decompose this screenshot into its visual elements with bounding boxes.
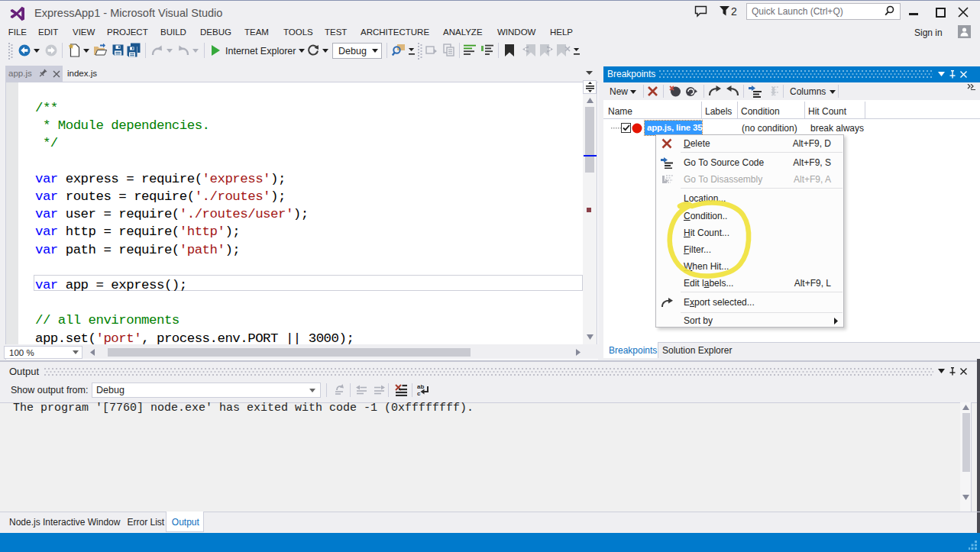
svg-text:c: c xyxy=(417,390,421,397)
svg-text:ab: ab xyxy=(417,383,424,390)
